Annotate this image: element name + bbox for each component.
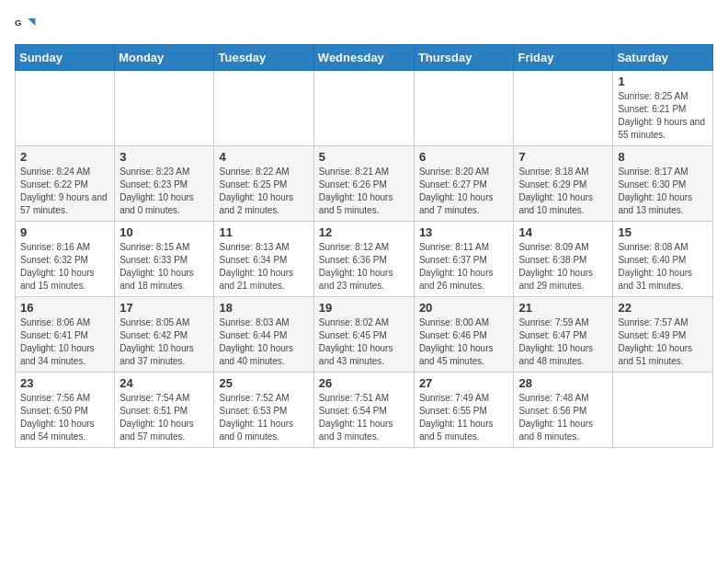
day-cell: 22Sunrise: 7:57 AM Sunset: 6:49 PM Dayli… [613, 297, 713, 373]
day-cell: 18Sunrise: 8:03 AM Sunset: 6:44 PM Dayli… [214, 297, 313, 373]
day-info: Sunrise: 7:57 AM Sunset: 6:49 PM Dayligh… [618, 316, 708, 368]
day-cell: 5Sunrise: 8:21 AM Sunset: 6:26 PM Daylig… [313, 146, 414, 222]
day-cell: 13Sunrise: 8:11 AM Sunset: 6:37 PM Dayli… [414, 222, 514, 297]
day-cell [414, 71, 514, 146]
day-info: Sunrise: 7:48 AM Sunset: 6:56 PM Dayligh… [518, 392, 608, 443]
day-info: Sunrise: 8:22 AM Sunset: 6:25 PM Dayligh… [219, 166, 308, 217]
day-cell [613, 373, 713, 448]
day-info: Sunrise: 8:12 AM Sunset: 6:36 PM Dayligh… [319, 241, 409, 293]
weekday-header-wednesday: Wednesday [313, 45, 414, 71]
weekday-header-saturday: Saturday [613, 45, 713, 71]
day-number: 10 [119, 225, 209, 239]
day-number: 7 [518, 150, 608, 164]
weekday-header-monday: Monday [115, 45, 214, 71]
day-cell [16, 71, 115, 146]
weekday-header-thursday: Thursday [414, 45, 514, 71]
week-row-5: 23Sunrise: 7:56 AM Sunset: 6:50 PM Dayli… [16, 373, 713, 448]
day-cell: 26Sunrise: 7:51 AM Sunset: 6:54 PM Dayli… [313, 373, 414, 448]
day-info: Sunrise: 8:24 AM Sunset: 6:22 PM Dayligh… [20, 166, 109, 217]
day-info: Sunrise: 8:25 AM Sunset: 6:21 PM Dayligh… [618, 90, 708, 142]
day-cell: 15Sunrise: 8:08 AM Sunset: 6:40 PM Dayli… [613, 222, 713, 297]
day-info: Sunrise: 7:56 AM Sunset: 6:50 PM Dayligh… [20, 392, 109, 443]
day-number: 19 [319, 301, 409, 315]
week-row-1: 1Sunrise: 8:25 AM Sunset: 6:21 PM Daylig… [16, 71, 713, 146]
day-cell [313, 71, 414, 146]
day-number: 15 [618, 225, 708, 239]
day-number: 4 [219, 150, 308, 164]
day-info: Sunrise: 8:15 AM Sunset: 6:33 PM Dayligh… [119, 241, 209, 293]
day-info: Sunrise: 7:59 AM Sunset: 6:47 PM Dayligh… [518, 316, 608, 368]
week-row-3: 9Sunrise: 8:16 AM Sunset: 6:32 PM Daylig… [16, 222, 713, 297]
day-number: 23 [20, 376, 109, 390]
day-info: Sunrise: 8:23 AM Sunset: 6:23 PM Dayligh… [119, 166, 209, 217]
day-cell: 2Sunrise: 8:24 AM Sunset: 6:22 PM Daylig… [16, 146, 115, 222]
day-info: Sunrise: 7:49 AM Sunset: 6:55 PM Dayligh… [419, 392, 509, 443]
day-cell: 9Sunrise: 8:16 AM Sunset: 6:32 PM Daylig… [16, 222, 115, 297]
day-number: 8 [618, 150, 708, 164]
day-info: Sunrise: 8:03 AM Sunset: 6:44 PM Dayligh… [219, 316, 308, 368]
day-cell: 20Sunrise: 8:00 AM Sunset: 6:46 PM Dayli… [414, 297, 514, 373]
day-cell: 14Sunrise: 8:09 AM Sunset: 6:38 PM Dayli… [514, 222, 613, 297]
day-cell [514, 71, 613, 146]
logo-icon: G [15, 15, 37, 37]
day-info: Sunrise: 8:06 AM Sunset: 6:41 PM Dayligh… [20, 316, 109, 368]
day-info: Sunrise: 8:17 AM Sunset: 6:30 PM Dayligh… [618, 166, 708, 217]
day-info: Sunrise: 8:13 AM Sunset: 6:34 PM Dayligh… [219, 241, 308, 293]
day-info: Sunrise: 8:05 AM Sunset: 6:42 PM Dayligh… [119, 316, 209, 368]
day-info: Sunrise: 7:51 AM Sunset: 6:54 PM Dayligh… [319, 392, 409, 443]
day-info: Sunrise: 8:20 AM Sunset: 6:27 PM Dayligh… [419, 166, 509, 217]
day-number: 16 [20, 301, 109, 315]
weekday-header-row: SundayMondayTuesdayWednesdayThursdayFrid… [16, 45, 713, 71]
header: G [15, 15, 713, 37]
day-cell: 6Sunrise: 8:20 AM Sunset: 6:27 PM Daylig… [414, 146, 514, 222]
day-cell: 16Sunrise: 8:06 AM Sunset: 6:41 PM Dayli… [16, 297, 115, 373]
day-cell: 19Sunrise: 8:02 AM Sunset: 6:45 PM Dayli… [313, 297, 414, 373]
day-cell [115, 71, 214, 146]
day-cell: 12Sunrise: 8:12 AM Sunset: 6:36 PM Dayli… [313, 222, 414, 297]
day-info: Sunrise: 8:00 AM Sunset: 6:46 PM Dayligh… [419, 316, 509, 368]
day-cell: 27Sunrise: 7:49 AM Sunset: 6:55 PM Dayli… [414, 373, 514, 448]
day-number: 9 [20, 225, 109, 239]
day-number: 22 [618, 301, 708, 315]
day-cell: 11Sunrise: 8:13 AM Sunset: 6:34 PM Dayli… [214, 222, 313, 297]
day-number: 20 [419, 301, 509, 315]
day-number: 1 [618, 75, 708, 88]
calendar: SundayMondayTuesdayWednesdayThursdayFrid… [15, 44, 713, 448]
day-number: 12 [319, 225, 409, 239]
day-number: 13 [419, 225, 509, 239]
day-cell: 4Sunrise: 8:22 AM Sunset: 6:25 PM Daylig… [214, 146, 313, 222]
day-cell: 10Sunrise: 8:15 AM Sunset: 6:33 PM Dayli… [115, 222, 214, 297]
day-number: 11 [219, 225, 308, 239]
day-info: Sunrise: 8:16 AM Sunset: 6:32 PM Dayligh… [20, 241, 109, 293]
day-cell: 24Sunrise: 7:54 AM Sunset: 6:51 PM Dayli… [115, 373, 214, 448]
svg-marker-1 [28, 18, 35, 26]
day-number: 18 [219, 301, 308, 315]
day-number: 28 [518, 376, 608, 390]
day-cell: 17Sunrise: 8:05 AM Sunset: 6:42 PM Dayli… [115, 297, 214, 373]
day-cell: 8Sunrise: 8:17 AM Sunset: 6:30 PM Daylig… [613, 146, 713, 222]
day-cell: 1Sunrise: 8:25 AM Sunset: 6:21 PM Daylig… [613, 71, 713, 146]
weekday-header-sunday: Sunday [16, 45, 115, 71]
day-number: 21 [518, 301, 608, 315]
day-info: Sunrise: 8:21 AM Sunset: 6:26 PM Dayligh… [319, 166, 409, 217]
weekday-header-tuesday: Tuesday [214, 45, 313, 71]
day-number: 6 [419, 150, 509, 164]
logo: G [15, 15, 40, 37]
day-cell: 21Sunrise: 7:59 AM Sunset: 6:47 PM Dayli… [514, 297, 613, 373]
weekday-header-friday: Friday [514, 45, 613, 71]
svg-text:G: G [15, 17, 21, 28]
day-info: Sunrise: 8:11 AM Sunset: 6:37 PM Dayligh… [419, 241, 509, 293]
day-number: 17 [119, 301, 209, 315]
day-number: 2 [20, 150, 109, 164]
day-info: Sunrise: 7:54 AM Sunset: 6:51 PM Dayligh… [119, 392, 209, 443]
day-number: 14 [518, 225, 608, 239]
day-info: Sunrise: 7:52 AM Sunset: 6:53 PM Dayligh… [219, 392, 308, 443]
day-info: Sunrise: 8:09 AM Sunset: 6:38 PM Dayligh… [518, 241, 608, 293]
day-number: 25 [219, 376, 308, 390]
day-cell: 28Sunrise: 7:48 AM Sunset: 6:56 PM Dayli… [514, 373, 613, 448]
day-number: 26 [319, 376, 409, 390]
day-number: 24 [119, 376, 209, 390]
day-number: 27 [419, 376, 509, 390]
week-row-2: 2Sunrise: 8:24 AM Sunset: 6:22 PM Daylig… [16, 146, 713, 222]
day-info: Sunrise: 8:18 AM Sunset: 6:29 PM Dayligh… [518, 166, 608, 217]
